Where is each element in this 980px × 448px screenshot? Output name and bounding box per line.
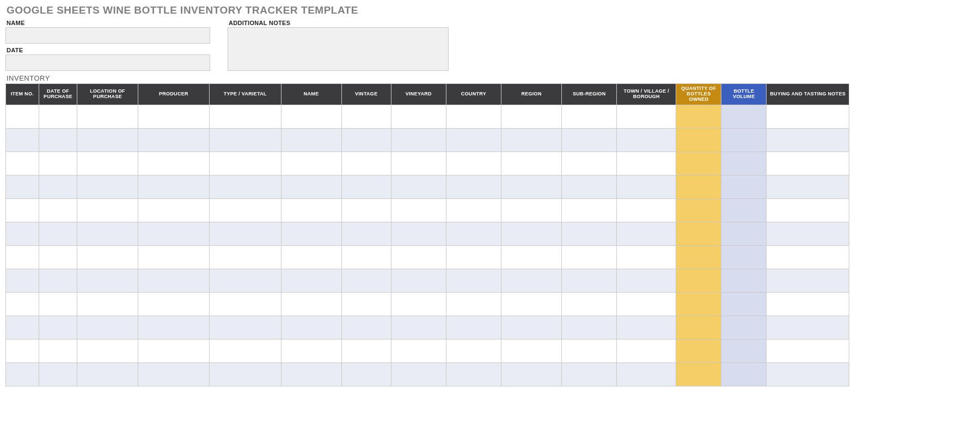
table-cell[interactable] [341,293,391,316]
table-cell[interactable] [77,363,138,386]
table-cell[interactable] [501,293,561,316]
table-cell[interactable] [446,269,501,293]
table-cell[interactable] [341,199,391,222]
table-cell[interactable] [501,129,561,152]
table-cell[interactable] [6,316,39,340]
table-cell[interactable] [6,105,39,129]
table-cell[interactable] [676,222,721,246]
table-cell[interactable] [721,246,767,269]
table-cell[interactable] [721,363,767,386]
table-cell[interactable] [721,152,767,175]
table-cell[interactable] [676,105,721,129]
table-cell[interactable] [676,269,721,293]
table-cell[interactable] [562,293,617,316]
table-cell[interactable] [446,316,501,340]
table-cell[interactable] [501,246,561,269]
table-cell[interactable] [562,316,617,340]
table-cell[interactable] [210,340,281,363]
table-cell[interactable] [391,222,446,246]
table-cell[interactable] [501,222,561,246]
table-cell[interactable] [281,316,341,340]
table-cell[interactable] [676,340,721,363]
table-cell[interactable] [6,129,39,152]
table-cell[interactable] [676,316,721,340]
table-cell[interactable] [210,246,281,269]
table-cell[interactable] [281,246,341,269]
table-cell[interactable] [281,222,341,246]
table-cell[interactable] [446,152,501,175]
table-cell[interactable] [138,222,209,246]
table-cell[interactable] [767,199,849,222]
table-cell[interactable] [210,222,281,246]
table-cell[interactable] [446,293,501,316]
table-cell[interactable] [341,222,391,246]
table-cell[interactable] [39,363,77,386]
table-cell[interactable] [501,269,561,293]
date-input[interactable] [5,55,210,71]
table-cell[interactable] [341,269,391,293]
table-cell[interactable] [77,269,138,293]
table-cell[interactable] [281,199,341,222]
table-cell[interactable] [721,269,767,293]
table-cell[interactable] [617,293,676,316]
table-cell[interactable] [39,199,77,222]
table-cell[interactable] [210,152,281,175]
table-cell[interactable] [341,129,391,152]
table-cell[interactable] [341,246,391,269]
table-cell[interactable] [138,293,209,316]
table-cell[interactable] [39,246,77,269]
table-cell[interactable] [676,363,721,386]
table-cell[interactable] [767,105,849,129]
table-cell[interactable] [138,129,209,152]
table-cell[interactable] [562,152,617,175]
table-cell[interactable] [6,199,39,222]
table-cell[interactable] [767,222,849,246]
table-cell[interactable] [721,293,767,316]
table-cell[interactable] [446,340,501,363]
table-cell[interactable] [77,152,138,175]
table-cell[interactable] [562,105,617,129]
table-cell[interactable] [562,175,617,199]
table-cell[interactable] [6,293,39,316]
table-cell[interactable] [77,129,138,152]
table-cell[interactable] [767,363,849,386]
table-cell[interactable] [391,152,446,175]
table-cell[interactable] [446,199,501,222]
table-cell[interactable] [77,105,138,129]
table-cell[interactable] [676,246,721,269]
table-cell[interactable] [767,293,849,316]
table-cell[interactable] [39,340,77,363]
table-cell[interactable] [6,340,39,363]
table-cell[interactable] [341,316,391,340]
table-cell[interactable] [138,363,209,386]
table-cell[interactable] [281,105,341,129]
table-cell[interactable] [77,175,138,199]
table-cell[interactable] [446,175,501,199]
table-cell[interactable] [721,340,767,363]
table-cell[interactable] [446,105,501,129]
table-cell[interactable] [617,129,676,152]
table-cell[interactable] [138,269,209,293]
table-cell[interactable] [617,269,676,293]
table-cell[interactable] [39,175,77,199]
table-cell[interactable] [77,340,138,363]
table-cell[interactable] [391,293,446,316]
table-cell[interactable] [210,105,281,129]
table-cell[interactable] [676,175,721,199]
table-cell[interactable] [617,222,676,246]
table-cell[interactable] [617,199,676,222]
table-cell[interactable] [39,316,77,340]
table-cell[interactable] [391,316,446,340]
table-cell[interactable] [721,222,767,246]
table-cell[interactable] [6,363,39,386]
table-cell[interactable] [6,152,39,175]
table-cell[interactable] [617,246,676,269]
table-cell[interactable] [501,363,561,386]
table-cell[interactable] [446,129,501,152]
table-cell[interactable] [210,129,281,152]
table-cell[interactable] [210,199,281,222]
table-cell[interactable] [446,363,501,386]
table-cell[interactable] [6,269,39,293]
table-cell[interactable] [391,129,446,152]
table-cell[interactable] [391,105,446,129]
